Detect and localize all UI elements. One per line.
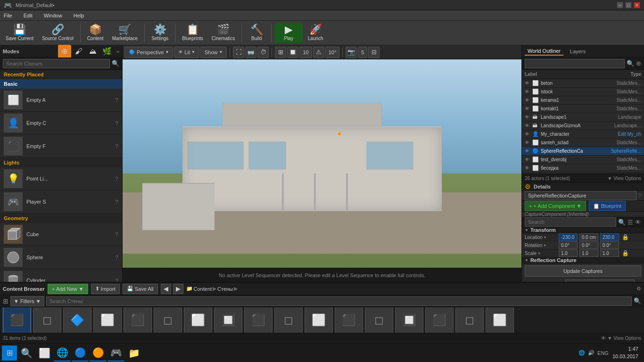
outliner-row-landscapegizmo[interactable]: 👁 🏔 LandscapeGizmoA Landscape... [522, 122, 644, 130]
help-icon[interactable]: ? [115, 254, 118, 261]
help-icon[interactable]: ? [115, 231, 118, 238]
outliner-row-test-dverobj[interactable]: 👁 ⬜ test_dverobj StaticMes... [522, 156, 644, 164]
grid-view-icon[interactable]: ⊞ [3, 297, 8, 305]
help-icon[interactable]: ? [115, 97, 118, 104]
asset-thumbnail[interactable]: ⬛ [244, 307, 272, 333]
show-dropdown[interactable]: Show ▼ [200, 47, 227, 58]
scale-y-field[interactable]: 1.0 [579, 249, 598, 257]
rotation-arrow[interactable]: ▼ [543, 244, 546, 247]
nav-forward-button[interactable]: ▶ [173, 284, 183, 294]
more-modes-icon[interactable]: » [116, 49, 119, 54]
viewport-canvas[interactable] [123, 59, 521, 268]
tab-world-outliner[interactable]: World Outliner [525, 47, 563, 56]
mode-place-button[interactable]: ⊕ [58, 45, 71, 58]
cb-view-options-button[interactable]: 👁 ▼ View Options [601, 336, 641, 341]
influence-chevron-icon[interactable]: ▼ [637, 282, 641, 282]
content-button[interactable]: 📦 Content [83, 23, 107, 43]
list-item[interactable]: Cube ? [0, 223, 122, 246]
asset-thumbnail[interactable]: 🔲 [214, 307, 242, 333]
rotation-x-field[interactable]: 0.0° [559, 241, 578, 249]
filters-button[interactable]: ▼ Filters ▼ [10, 296, 44, 306]
category-recently-placed[interactable]: Recently Placed [0, 70, 122, 79]
visibility-icon[interactable]: 👁 [525, 98, 530, 103]
search-icon[interactable]: 🔍 [634, 297, 641, 304]
content-browser-search-input[interactable] [46, 296, 632, 306]
realtime-button[interactable]: ⏱ [257, 47, 269, 58]
location-y-field[interactable]: 0.0 cm [579, 233, 598, 241]
asset-thumbnail[interactable]: ⬛ [124, 307, 152, 333]
add-new-button[interactable]: + Add New ▼ [48, 284, 88, 294]
asset-thumbnail[interactable]: ⬜ [93, 307, 122, 333]
filter-icon[interactable]: ⊕ [636, 60, 641, 67]
asset-thumbnail[interactable]: ◻ [154, 307, 182, 333]
outliner-row-beton[interactable]: 👁 ⬜ beton StaticMes... [522, 79, 644, 88]
category-geometry[interactable]: Geometry [0, 214, 122, 223]
visibility-icon[interactable]: 👁 [525, 89, 530, 95]
source-control-button[interactable]: 🔗 Source Control [38, 23, 77, 43]
close-button[interactable]: ✕ [634, 2, 640, 8]
help-icon[interactable]: ? [115, 198, 118, 206]
scale-x-field[interactable]: 1.0 [559, 249, 578, 257]
details-help-icon[interactable]: ? [638, 193, 641, 198]
list-item[interactable]: Cylinder ? [0, 269, 122, 282]
transform-section-header[interactable]: ▼ Transform [522, 227, 644, 233]
rotation-z-field[interactable]: 0.0° [600, 241, 619, 249]
scale-lock-icon[interactable]: 🔒 [622, 250, 629, 256]
search-icon[interactable]: 🔍 [618, 219, 626, 226]
breadcrumb-steny[interactable]: Стены [217, 286, 233, 292]
visibility-icon[interactable]: 👁 [525, 115, 530, 120]
perspective-dropdown[interactable]: 🔷 Perspective ▼ [124, 47, 173, 58]
help-icon[interactable]: ? [115, 120, 118, 127]
taskbar-explorer-icon[interactable]: 📁 [125, 345, 142, 362]
asset-thumbnail[interactable]: ◻ [274, 307, 303, 333]
mode-landscape-button[interactable]: ⛰ [86, 45, 99, 58]
menu-edit[interactable]: Edit [22, 12, 34, 19]
visibility-icon[interactable]: 👁 [525, 106, 530, 112]
details-search-input[interactable] [525, 217, 616, 227]
asset-thumbnail[interactable]: ⬛ [335, 307, 363, 333]
vr-button[interactable]: 🥽 [245, 47, 256, 58]
world-outliner-search-input[interactable] [525, 59, 625, 68]
location-arrow[interactable]: ▼ [544, 236, 547, 239]
visibility-icon[interactable]: 👁 [525, 123, 530, 129]
maximize-button[interactable]: □ [625, 2, 632, 8]
eye-icon[interactable]: 👁 [635, 219, 641, 226]
outliner-row-landscape1[interactable]: 👁 🏔 Landscape1 Landscape [522, 113, 644, 122]
search-icon[interactable]: 🔍 [627, 60, 634, 67]
cinematics-button[interactable]: 🎬 Cinematics [208, 23, 239, 43]
list-item[interactable]: 👤 Empty C ? [0, 112, 122, 135]
snap-button[interactable]: 🔲 [287, 47, 298, 58]
rotation-y-field[interactable]: 0.0° [579, 241, 598, 249]
marketplace-button[interactable]: 🛒 Marketplace [108, 23, 141, 43]
breadcrumb-content[interactable]: Content [194, 286, 212, 292]
asset-thumbnail[interactable]: ⬜ [305, 307, 333, 333]
mode-paint-button[interactable]: 🖌 [72, 45, 85, 58]
lit-dropdown[interactable]: ☀ Lit ▼ [174, 47, 199, 58]
import-button[interactable]: ⬆ Import [91, 284, 120, 294]
save-all-button[interactable]: 💾 Save All [123, 284, 158, 294]
asset-thumbnail[interactable]: ⬜ [486, 307, 514, 333]
help-icon[interactable]: ? [115, 277, 118, 282]
view-options-button[interactable]: ▼ View Options [608, 176, 641, 181]
tab-layers[interactable]: Layers [567, 48, 588, 55]
blueprints-button[interactable]: 📋 Blueprints [178, 23, 206, 43]
outliner-row-sphere-reflection[interactable]: 👁 🔵 SphereReflectionCa SphereRefle... [522, 147, 644, 156]
asset-thumbnail[interactable]: ◻ [365, 307, 393, 333]
camera-settings-button[interactable]: 📷 [346, 47, 357, 58]
visibility-icon[interactable]: 👁 [525, 132, 530, 137]
list-item[interactable]: 🎮 Player S ? [0, 190, 122, 214]
outliner-row-besedka[interactable]: 👁 ⬜ беседка StaticMes... [522, 164, 644, 173]
scale-z-field[interactable]: 1.0 [600, 249, 619, 257]
angle-value[interactable]: 10° [325, 47, 340, 58]
list-item[interactable]: ⬛ Empty F ? [0, 135, 122, 158]
asset-thumbnail[interactable]: 🔲 [395, 307, 423, 333]
details-name-input[interactable] [525, 191, 636, 200]
mode-foliage-button[interactable]: 🌿 [100, 45, 114, 58]
help-icon[interactable]: ? [115, 175, 118, 182]
visibility-icon[interactable]: 👁 [525, 148, 530, 154]
launch-button[interactable]: 🚀 Launch [304, 23, 327, 43]
help-icon[interactable]: ? [115, 143, 118, 150]
asset-thumbnail[interactable]: 🔷 [63, 307, 91, 333]
outliner-row-istock[interactable]: 👁 ⬜ istock StaticMes... [522, 88, 644, 96]
visibility-icon[interactable]: 👁 [525, 81, 530, 86]
